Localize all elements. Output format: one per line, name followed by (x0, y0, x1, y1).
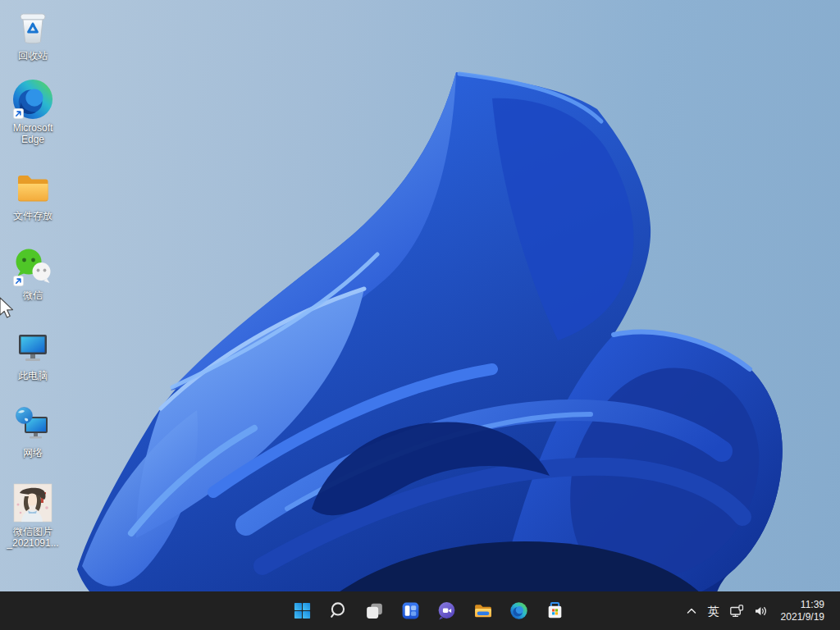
file-explorer-icon (472, 600, 493, 621)
chevron-up-icon (685, 605, 698, 618)
bloom-wallpaper (0, 0, 840, 630)
desktop-icon-network[interactable]: 网络 (1, 404, 65, 459)
store-button[interactable] (536, 593, 573, 629)
shortcut-arrow-icon (13, 108, 24, 119)
windows-11-desktop: 回收站 Microsoft Edge (0, 0, 840, 630)
network-icon (13, 404, 52, 444)
edge-button[interactable] (500, 593, 536, 629)
desktop-icon-file-folder[interactable]: 文件存放 (1, 167, 65, 221)
start-button[interactable] (284, 593, 320, 629)
start-icon (292, 600, 313, 621)
tray-time: 11:39 (801, 599, 824, 611)
search-icon (328, 600, 349, 621)
this-pc-icon (13, 327, 52, 367)
icon-label: 微信图片 _2021091... (7, 526, 58, 549)
desktop-icon-wechat-image[interactable]: 微信图片 _2021091... (1, 482, 65, 549)
network-button[interactable] (724, 595, 749, 628)
icon-label: 此电脑 (18, 370, 48, 381)
volume-button[interactable] (749, 595, 773, 628)
input-language-button[interactable]: 英 (703, 595, 724, 628)
edge-icon (509, 600, 529, 621)
icon-label: Microsoft Edge (1, 122, 65, 145)
hidden-icons-button[interactable] (680, 595, 703, 628)
desktop-icon-recycle-bin[interactable]: 回收站 (1, 7, 65, 62)
desktop-icon-microsoft-edge[interactable]: Microsoft Edge (1, 79, 65, 145)
recycle-bin-icon (13, 7, 52, 47)
widgets-icon (400, 600, 421, 621)
shortcut-arrow-icon (13, 276, 24, 286)
desktop-icon-wechat[interactable]: 微信 (1, 246, 65, 301)
search-button[interactable] (320, 593, 356, 629)
icon-label: 回收站 (18, 50, 48, 62)
image-thumbnail (13, 483, 52, 523)
store-icon (545, 600, 565, 621)
folder-icon (13, 167, 52, 207)
task-view-button[interactable] (356, 593, 392, 629)
task-view-icon (364, 600, 385, 621)
desktop-icon-this-pc[interactable]: 此电脑 (1, 326, 65, 381)
icon-label: 文件存放 (13, 210, 52, 221)
taskbar-center-group (284, 591, 573, 630)
input-language-label: 英 (708, 605, 719, 617)
tray-date: 2021/9/19 (781, 611, 824, 623)
icon-label: 微信 (23, 290, 43, 301)
icon-label: 网络 (23, 447, 43, 459)
chat-icon (436, 600, 457, 621)
chat-button[interactable] (428, 593, 464, 629)
desktop-background (0, 0, 840, 630)
widgets-button[interactable] (392, 593, 428, 629)
taskbar: 英 11:39 2021/9/19 (0, 591, 840, 630)
clock-button[interactable]: 11:39 2021/9/19 (776, 595, 829, 628)
ethernet-icon (729, 605, 744, 618)
system-tray: 英 11:39 2021/9/19 (680, 591, 840, 630)
speaker-icon (754, 605, 768, 618)
file-explorer-button[interactable] (464, 593, 500, 629)
